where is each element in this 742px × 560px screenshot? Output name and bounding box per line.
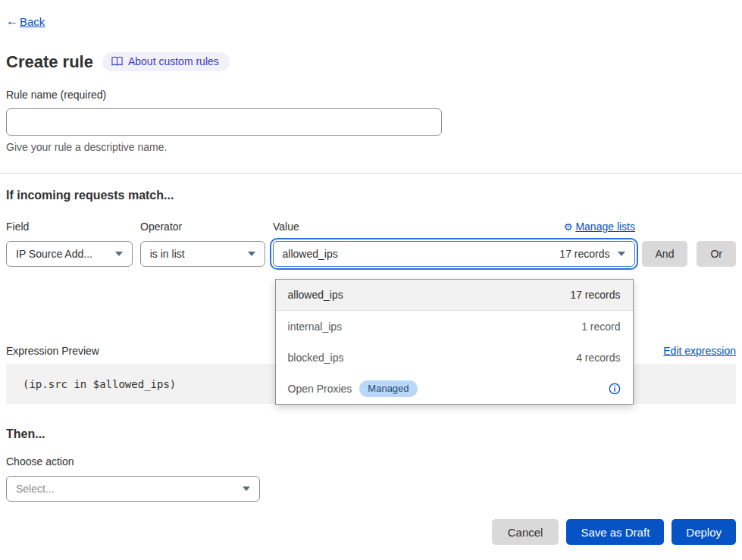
value-select-count: 17 records: [559, 248, 609, 260]
back-link-label[interactable]: Back: [20, 15, 45, 28]
save-as-draft-button[interactable]: Save as Draft: [566, 519, 664, 545]
list-option-open-proxies[interactable]: Open Proxies Managed: [276, 373, 633, 404]
list-option-name: internal_ips: [288, 321, 343, 333]
about-custom-rules-label: About custom rules: [128, 55, 219, 67]
back-link[interactable]: ← Back: [6, 14, 736, 29]
choose-action-label: Choose action: [6, 455, 736, 468]
back-arrow-icon: ←: [6, 14, 18, 28]
action-select-placeholder: Select...: [16, 483, 55, 495]
operator-select-value: is in list: [150, 248, 185, 260]
then-section-heading: Then...: [6, 427, 736, 442]
chevron-down-icon: [243, 486, 250, 491]
chevron-down-icon: [115, 252, 123, 256]
and-button[interactable]: And: [642, 241, 688, 267]
list-option-allowed-ips[interactable]: allowed_ips 17 records: [276, 280, 633, 311]
page-title: Create rule: [6, 52, 93, 72]
cancel-button[interactable]: Cancel: [492, 519, 559, 545]
value-label: Value: [273, 221, 299, 233]
rule-name-helper: Give your rule a descriptive name.: [6, 141, 736, 154]
expression-code: (ip.src in $allowed_ips): [6, 378, 176, 390]
section-divider: [0, 173, 742, 174]
value-select[interactable]: allowed_ips 17 records: [273, 241, 635, 267]
manage-lists-link[interactable]: ⚙ Manage lists: [564, 221, 635, 233]
chevron-down-icon: [618, 252, 625, 256]
or-button[interactable]: Or: [697, 241, 736, 267]
list-option-count: 17 records: [570, 289, 620, 301]
operator-select[interactable]: is in list: [140, 241, 265, 267]
edit-expression-link[interactable]: Edit expression: [663, 345, 736, 357]
field-select[interactable]: IP Source Add...: [6, 241, 133, 267]
field-label: Field: [6, 221, 140, 233]
match-section-heading: If incoming requests match...: [6, 189, 736, 203]
chevron-down-icon: [248, 252, 255, 256]
manage-lists-label[interactable]: Manage lists: [575, 221, 635, 233]
info-icon[interactable]: [609, 383, 621, 395]
list-option-name: allowed_ips: [288, 289, 343, 301]
about-custom-rules-link[interactable]: About custom rules: [102, 52, 230, 71]
list-option-count: 4 records: [576, 352, 620, 364]
rule-name-input[interactable]: [6, 108, 442, 136]
create-rule-page: ← Back Create rule About custom rules Ru…: [0, 14, 742, 545]
list-option-name: Open Proxies: [288, 383, 352, 395]
list-dropdown-menu: allowed_ips 17 records internal_ips 1 re…: [275, 279, 634, 405]
operator-label: Operator: [140, 221, 273, 233]
list-option-internal-ips[interactable]: internal_ips 1 record: [276, 311, 633, 342]
gear-icon: ⚙: [564, 221, 573, 233]
rule-name-label: Rule name (required): [6, 89, 736, 102]
expression-preview-label: Expression Preview: [6, 345, 99, 357]
field-select-value: IP Source Add...: [16, 248, 92, 260]
book-icon: [111, 56, 123, 67]
deploy-button[interactable]: Deploy: [672, 519, 736, 545]
action-select[interactable]: Select...: [6, 476, 260, 502]
managed-badge: Managed: [359, 380, 417, 397]
list-option-name: blocked_ips: [288, 352, 344, 364]
value-select-name: allowed_ips: [283, 248, 338, 260]
list-option-count: 1 record: [581, 321, 620, 333]
list-option-blocked-ips[interactable]: blocked_ips 4 records: [276, 342, 633, 373]
